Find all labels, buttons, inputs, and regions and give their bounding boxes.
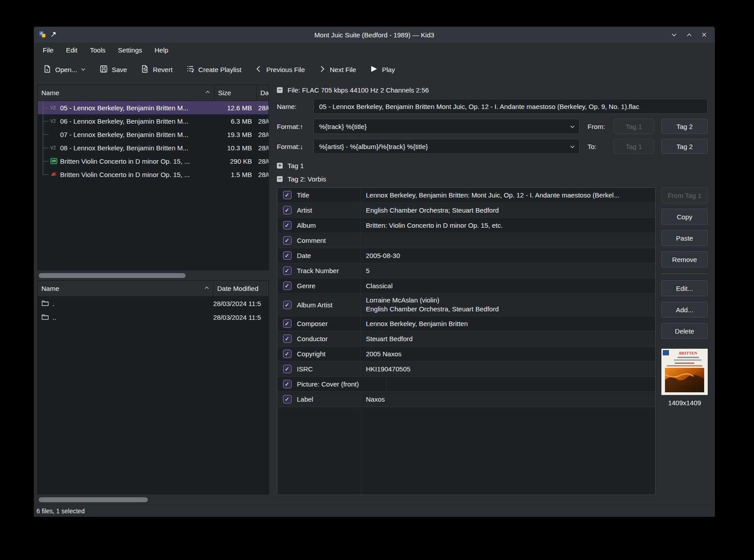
from-tag2-filename-button[interactable]: Tag 2	[661, 119, 708, 134]
tag-row-genre[interactable]: ✓ Genre Classical	[277, 278, 655, 294]
file-row[interactable]: Britten Violin Concerto in D minor Op. 1…	[38, 154, 268, 168]
tag-row-conductor[interactable]: ✓ Conductor Steuart Bedford	[277, 331, 655, 346]
tag-row-artist[interactable]: ✓ Artist English Chamber Orchestra; Steu…	[277, 203, 655, 218]
minimize-button[interactable]	[668, 29, 680, 40]
svg-text:BRITTEN: BRITTEN	[679, 351, 697, 355]
checkbox-checked[interactable]: ✓	[283, 251, 292, 260]
play-icon	[369, 64, 378, 75]
menu-help[interactable]: Help	[149, 44, 174, 56]
tag-row-date[interactable]: ✓ Date 2005-08-30	[277, 248, 655, 263]
menu-settings[interactable]: Settings	[113, 44, 147, 56]
remove-button[interactable]: Remove	[661, 251, 708, 267]
directory-row[interactable]: . 28/03/2024 11:5	[38, 297, 268, 310]
folder-icon	[41, 300, 49, 308]
copy-button[interactable]: Copy	[661, 209, 708, 225]
file-row[interactable]: V208 - Lennox Berkeley, Benjamin Britten…	[38, 141, 268, 154]
pin-icon[interactable]	[50, 31, 57, 39]
tag-row-picture[interactable]: ✓ Picture: Cover (front)	[277, 377, 655, 392]
file-info-summary: File: FLAC 705 kbps 44100 Hz 2 Channels …	[288, 86, 429, 94]
edit-button[interactable]: Edit...	[661, 280, 708, 296]
checkbox-checked[interactable]: ✓	[283, 395, 292, 403]
collapse-icon[interactable]: −	[277, 87, 283, 93]
format-up-label: Format:↑	[277, 123, 313, 130]
album-cover-thumbnail[interactable]: BRITTEN	[661, 349, 708, 395]
open-dropdown-chevron-icon[interactable]	[81, 66, 86, 73]
create-playlist-button[interactable]: Create Playlist	[186, 64, 242, 75]
directory-list-header-name[interactable]: Name	[38, 281, 213, 296]
directory-list-hscrollbar[interactable]	[37, 495, 269, 504]
paste-button[interactable]: Paste	[661, 230, 708, 246]
tag-row-isrc[interactable]: ✓ ISRC HKI190470505	[277, 362, 655, 377]
revert-button[interactable]: Revert	[140, 64, 172, 75]
tag2-button-column: From Tag 1 Copy Paste Remove Edit... Add…	[661, 187, 708, 495]
to-tag1-filename-button[interactable]: Tag 1	[613, 139, 654, 154]
file-section-header[interactable]: − File: FLAC 705 kbps 44100 Hz 2 Channel…	[277, 86, 708, 94]
menu-tools[interactable]: Tools	[85, 44, 111, 56]
checkbox-checked[interactable]: ✓	[283, 191, 292, 199]
tree-line	[43, 101, 43, 175]
scrollbar-thumb[interactable]	[39, 497, 148, 502]
right-pane: − File: FLAC 705 kbps 44100 Hz 2 Channel…	[271, 82, 715, 504]
menu-edit[interactable]: Edit	[61, 44, 83, 56]
checkbox-checked[interactable]: ✓	[283, 236, 292, 245]
directory-list-header-date[interactable]: Date Modified	[213, 281, 268, 296]
menu-file[interactable]: File	[37, 44, 59, 56]
to-tag2-filename-button[interactable]: Tag 2	[661, 139, 708, 154]
delete-button[interactable]: Delete	[661, 323, 708, 339]
file-row[interactable]: Britten Violin Concerto in D minor Op. 1…	[38, 168, 268, 181]
file-list-header-name[interactable]: Name	[38, 85, 214, 101]
checkbox-checked[interactable]: ✓	[283, 301, 292, 309]
filename-input[interactable]: 05 - Lennox Berkeley, Benjamin Britten M…	[313, 99, 708, 114]
checkbox-checked[interactable]: ✓	[283, 365, 292, 373]
tag-row-label[interactable]: ✓ Label Naxos	[277, 392, 655, 407]
file-list-hscrollbar[interactable]	[37, 270, 269, 280]
file-list-header-date[interactable]: Date Modified	[256, 85, 268, 101]
file-row[interactable]: 07 - Lennox Berkeley, Benjamin Britten M…	[38, 128, 268, 141]
file-row[interactable]: V205 - Lennox Berkeley, Benjamin Britten…	[38, 101, 268, 114]
checkbox-checked[interactable]: ✓	[283, 319, 292, 328]
name-field-label: Name:	[277, 103, 313, 110]
tag-row-comment[interactable]: ✓ Comment	[277, 233, 655, 248]
add-button[interactable]: Add...	[661, 302, 708, 318]
playlist-icon	[186, 64, 195, 75]
save-button[interactable]: Save	[99, 64, 127, 75]
to-label: To:	[588, 143, 611, 150]
next-file-button[interactable]: Next File	[318, 65, 356, 74]
checkbox-checked[interactable]: ✓	[283, 266, 292, 275]
picture-dimensions: 1409x1409	[661, 399, 708, 407]
expand-icon[interactable]: +	[277, 163, 283, 169]
format-up-combobox[interactable]: %{track} %{title}	[313, 119, 580, 134]
tag-row-copyright[interactable]: ✓ Copyright 2005 Naxos	[277, 346, 655, 362]
collapse-icon[interactable]: −	[277, 176, 283, 182]
tag1-section-header[interactable]: + Tag 1	[277, 162, 708, 169]
checkbox-checked[interactable]: ✓	[283, 380, 292, 388]
tag-row-composer[interactable]: ✓ Composer Lennox Berkeley, Benjamin Bri…	[277, 316, 655, 331]
open-button[interactable]: Open...	[43, 64, 86, 75]
tag-row-album-artist[interactable]: ✓ Album Artist Lorraine McAslan (violin)…	[277, 294, 655, 316]
checkbox-checked[interactable]: ✓	[283, 206, 292, 214]
tag-row-title[interactable]: ✓ Title Lennox Berkeley, Benjamin Britte…	[277, 188, 655, 203]
file-row[interactable]: V206 - Lennox Berkeley, Benjamin Britten…	[38, 114, 268, 128]
directory-row[interactable]: .. 28/03/2024 11:5	[38, 310, 268, 324]
checkbox-checked[interactable]: ✓	[283, 350, 292, 358]
menubar: File Edit Tools Settings Help	[34, 43, 715, 57]
from-tag1-filename-button[interactable]: Tag 1	[613, 119, 654, 134]
titlebar[interactable]: Mont Juic Suite (Bedford - 1989) — Kid3	[34, 27, 715, 43]
close-button[interactable]	[698, 29, 710, 40]
from-tag1-button[interactable]: From Tag 1	[661, 187, 708, 203]
tag2-section-header[interactable]: − Tag 2: Vorbis	[277, 175, 708, 183]
sort-ascending-icon	[204, 285, 210, 292]
checkbox-checked[interactable]: ✓	[283, 334, 292, 343]
checkbox-checked[interactable]: ✓	[283, 221, 292, 230]
maximize-button[interactable]	[683, 29, 695, 40]
checkbox-checked[interactable]: ✓	[283, 282, 292, 290]
file-list-header-size[interactable]: Size	[214, 85, 256, 101]
tag-row-album[interactable]: ✓ Album Britten: Violin Concerto in D mi…	[277, 218, 655, 233]
scrollbar-thumb[interactable]	[39, 273, 186, 278]
tag-row-track-number[interactable]: ✓ Track Number 5	[277, 263, 655, 278]
previous-file-button[interactable]: Previous File	[255, 65, 305, 74]
format-down-label: Format:↓	[277, 143, 313, 150]
play-button[interactable]: Play	[369, 64, 395, 75]
id3v2-badge: V2	[50, 105, 60, 110]
format-down-combobox[interactable]: %{artist} - %{album}/%{track} %{title}	[313, 139, 580, 154]
